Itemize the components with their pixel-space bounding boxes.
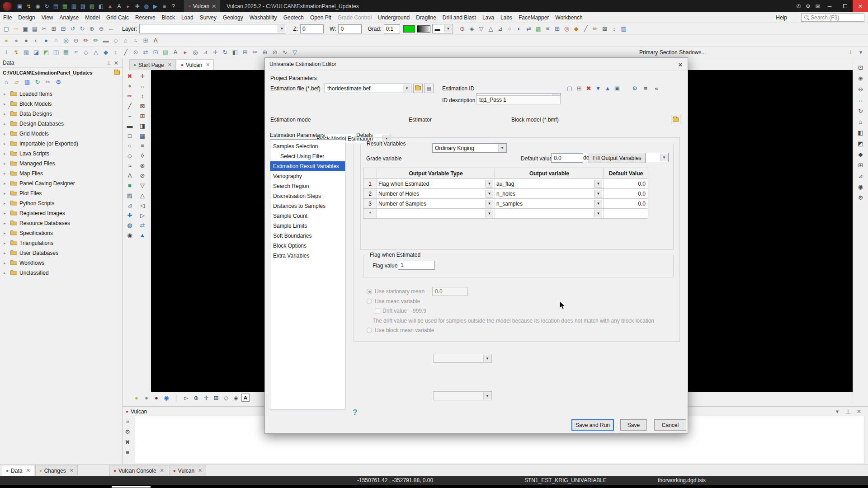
menu-facemapper[interactable]: FaceMapper: [515, 12, 552, 23]
expander-icon[interactable]: ▸: [4, 271, 8, 275]
default-value-cell[interactable]: 0.0: [604, 189, 648, 199]
output-variable-type-combo[interactable]: Number of Samples▼: [378, 200, 493, 207]
tree-item[interactable]: ▸Map Files: [0, 169, 123, 178]
half-box-icon[interactable]: ◨: [138, 121, 147, 130]
play-icon[interactable]: ▶: [151, 2, 160, 10]
folder-icon[interactable]: ▱: [12, 78, 21, 87]
point-tool-icon[interactable]: ⊙: [458, 24, 467, 33]
chevron-down-icon[interactable]: ▼: [486, 200, 493, 207]
stretch-v-icon[interactable]: ↕: [138, 91, 147, 100]
expander-icon[interactable]: ▸: [4, 151, 8, 156]
home-icon[interactable]: ⌂: [121, 36, 130, 45]
flag-value-input[interactable]: 1: [398, 261, 435, 270]
collapse-icon[interactable]: ▾: [856, 48, 865, 57]
mirror-icon[interactable]: ◧: [231, 48, 240, 57]
menu-grade-control[interactable]: Grade Control: [335, 12, 375, 23]
tree-item[interactable]: ▸Unclassified: [0, 268, 123, 278]
new-icon[interactable]: ▢: [2, 24, 11, 33]
output-variable-type-combo[interactable]: Number of Holes▼: [378, 190, 493, 197]
mail-icon[interactable]: ✉: [813, 2, 822, 10]
expander-icon[interactable]: ▸: [4, 161, 8, 166]
label-icon[interactable]: A: [171, 48, 180, 57]
swap-icon[interactable]: ⇄: [524, 24, 533, 33]
diamond-tool-icon[interactable]: ◈: [467, 24, 476, 33]
text-icon[interactable]: A: [115, 2, 123, 10]
menu-block[interactable]: Block: [159, 12, 178, 23]
sphere-icon[interactable]: ◍: [125, 221, 134, 230]
menu-analyse[interactable]: Analyse: [57, 12, 82, 23]
point-green-icon[interactable]: ●: [132, 393, 141, 402]
browse-file-button[interactable]: [413, 84, 423, 93]
expander-icon[interactable]: ▸: [4, 131, 8, 136]
text-style-icon[interactable]: A: [241, 394, 250, 402]
menu-geotech[interactable]: Geotech: [280, 12, 307, 23]
grid-snap-icon[interactable]: ⊞: [212, 393, 221, 402]
grid-icon[interactable]: ⊞: [141, 36, 150, 45]
contour-icon[interactable]: ≈: [71, 48, 80, 57]
expander-icon[interactable]: ▸: [4, 181, 8, 186]
add-point-icon[interactable]: ✚: [125, 211, 134, 220]
default-value-input[interactable]: 0.0: [551, 153, 583, 163]
parameter-item[interactable]: Soft Boundaries: [270, 231, 345, 241]
output-variable-type-cell[interactable]: Flag when Estimated▼: [377, 179, 495, 189]
smooth-icon[interactable]: ∿: [280, 48, 289, 57]
grid-view-icon[interactable]: ▦: [23, 78, 32, 87]
open-folder-icon[interactable]: ▱: [11, 24, 20, 33]
menu-view[interactable]: View: [38, 12, 57, 23]
menu-open-pit[interactable]: Open Pit: [307, 12, 335, 23]
grad-input[interactable]: 0:1: [384, 24, 400, 33]
drill-icon[interactable]: ↕: [111, 48, 120, 57]
parameter-item[interactable]: Extra Variables: [270, 251, 345, 261]
menu-load[interactable]: Load: [178, 12, 197, 23]
output-variable-combo[interactable]: n_holes▼: [496, 190, 602, 197]
half-icon[interactable]: ◐: [515, 24, 524, 33]
measure-icon[interactable]: ↕: [610, 24, 619, 33]
menu-model[interactable]: Model: [82, 12, 103, 23]
menu-dragline[interactable]: Dragline: [413, 12, 439, 23]
close-tab-icon[interactable]: ✕: [160, 468, 164, 474]
clear-icon[interactable]: ✖: [123, 437, 132, 446]
sphere-yellow-icon[interactable]: ●: [2, 36, 11, 45]
iso-view-icon[interactable]: ◆: [856, 150, 865, 159]
shade-icon[interactable]: ▨: [161, 48, 170, 57]
copy-id-icon[interactable]: ⊞: [575, 84, 584, 93]
expander-icon[interactable]: ▸: [4, 122, 8, 126]
block-mean-variable-combo[interactable]: ▼: [433, 391, 492, 400]
tri-left-icon[interactable]: ◁: [138, 201, 147, 210]
menu-file[interactable]: File: [0, 12, 15, 23]
grid-green-icon[interactable]: ▦: [61, 2, 69, 10]
primary-section-shadows-dropdown[interactable]: Primary Section Shadows...: [639, 49, 706, 56]
maximize-button[interactable]: [837, 0, 853, 12]
close-icon[interactable]: ✕: [113, 58, 120, 67]
cross-circle-icon[interactable]: ⊗: [138, 161, 147, 170]
close-icon[interactable]: ✕: [854, 407, 863, 416]
close-tab-icon[interactable]: ✕: [212, 3, 216, 9]
collapse-icon[interactable]: ▾: [833, 407, 842, 416]
save-id-icon[interactable]: ▣: [613, 84, 622, 93]
menu-reserve[interactable]: Reserve: [132, 12, 159, 23]
settings-gear-icon[interactable]: ⚙: [804, 2, 812, 10]
swap-icon[interactable]: ⇄: [138, 221, 147, 230]
move-icon[interactable]: ✛: [138, 71, 147, 80]
filter-icon[interactable]: ▽: [290, 48, 299, 57]
globe-icon[interactable]: ◍: [142, 2, 151, 10]
menu-washability[interactable]: Washability: [246, 12, 280, 23]
dock-pin-icon[interactable]: ⊥: [105, 58, 113, 67]
layers2-icon[interactable]: ▩: [534, 24, 543, 33]
expander-icon[interactable]: ▸: [4, 231, 8, 235]
pan-icon[interactable]: ↔: [106, 24, 115, 33]
output-variable-combo[interactable]: au_flag▼: [496, 180, 602, 188]
table-icon[interactable]: ▥: [70, 2, 78, 10]
menu-geology[interactable]: Geology: [220, 12, 246, 23]
search-input[interactable]: Search (F3): [801, 13, 864, 22]
tree-item[interactable]: ▸Workflows: [0, 258, 123, 268]
zoom-window-icon[interactable]: ⊡: [856, 63, 865, 72]
sphere-dark-icon[interactable]: ●: [22, 36, 31, 45]
cut-icon[interactable]: ✂: [40, 24, 49, 33]
save-button[interactable]: Save: [620, 419, 647, 431]
flagpoint-icon[interactable]: ◆: [572, 24, 581, 33]
arc-icon[interactable]: ⌢: [125, 111, 134, 120]
tree-item[interactable]: ▸Lava Scripts: [0, 149, 123, 159]
expander-icon[interactable]: ▸: [4, 171, 8, 176]
list-icon[interactable]: ≡: [138, 141, 147, 150]
